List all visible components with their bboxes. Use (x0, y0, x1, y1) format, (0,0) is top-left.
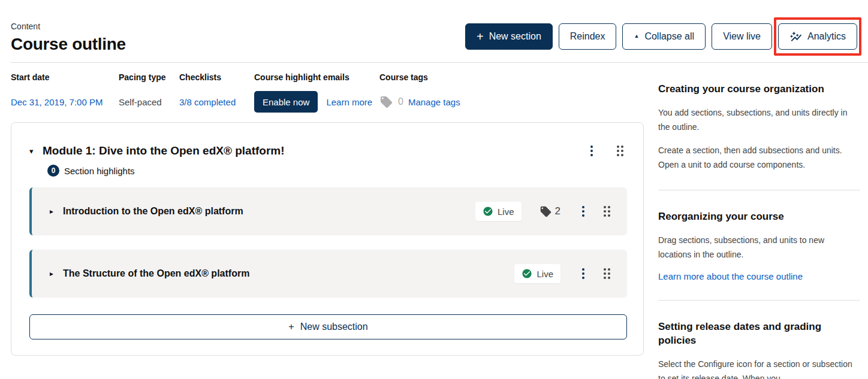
highlight-emails-label: Course highlight emails (254, 72, 379, 82)
caret-up-icon: ▲ (634, 34, 639, 39)
tag-icon (540, 205, 552, 218)
status-start-date: Start date Dec 31, 2019, 7:00 PM (11, 72, 119, 113)
highlights-label: Section highlights (64, 166, 135, 176)
subsection-tag-count: 2 (555, 205, 560, 217)
section-kebab-menu-icon[interactable] (586, 143, 598, 159)
content-row: Start date Dec 31, 2019, 7:00 PM Pacing … (0, 63, 868, 379)
subsection-controls: Live 2 (475, 202, 614, 221)
sidebar-divider (658, 300, 860, 301)
subsection-kebab-menu-icon[interactable] (577, 266, 589, 281)
subsection-controls: Live (514, 264, 614, 283)
status-highlight-emails: Course highlight emails Enable now Learn… (254, 72, 379, 113)
page-header: Content Course outline + New section Rei… (0, 0, 868, 54)
plus-icon: + (288, 322, 294, 332)
new-subsection-button[interactable]: + New subsection (29, 314, 627, 339)
check-circle-icon (522, 268, 532, 279)
reindex-label: Reindex (570, 31, 605, 42)
subsection-expand-caret-icon[interactable]: ▸ (50, 207, 63, 216)
enable-now-button[interactable]: Enable now (254, 91, 318, 113)
page-title: Course outline (11, 35, 126, 54)
help-heading: Creating your course organization (658, 83, 860, 96)
manage-tags-link[interactable]: Manage tags (408, 97, 460, 107)
subsection-row: ▸ The Structure of the Open edX® platfor… (29, 250, 627, 298)
analytics-button-wrap: Analytics (778, 23, 857, 50)
collapse-all-button[interactable]: ▲ Collapse all (622, 23, 706, 50)
live-label: Live (498, 207, 514, 217)
subsection-kebab-menu-icon[interactable] (577, 204, 589, 219)
page-header-left: Content Course outline (11, 22, 126, 54)
subsection-title: The Structure of the Open edX® platform (63, 268, 249, 279)
new-subsection-label: New subsection (300, 322, 368, 332)
status-pacing-type: Pacing type Self-paced (119, 72, 179, 113)
help-paragraph: Select the Configure icon for a section … (658, 357, 860, 379)
live-status-badge: Live (475, 202, 522, 221)
start-date-link[interactable]: Dec 31, 2019, 7:00 PM (11, 97, 103, 107)
pacing-type-label: Pacing type (119, 72, 179, 82)
analytics-label: Analytics (807, 31, 846, 42)
help-paragraph: Drag sections, subsections, and units to… (658, 233, 860, 262)
help-sidebar: Creating your course organization You ad… (658, 63, 860, 379)
help-section-reorganizing: Reorganizing your course Drag sections, … (658, 210, 860, 282)
main-column: Start date Dec 31, 2019, 7:00 PM Pacing … (11, 63, 644, 379)
section-drag-handle-icon[interactable] (613, 143, 627, 159)
section-card: ▾ Module 1: Dive into the Open edX® plat… (11, 122, 644, 356)
help-heading: Reorganizing your course (658, 210, 860, 224)
live-label: Live (537, 269, 553, 279)
learn-more-link[interactable]: Learn more (326, 97, 372, 107)
subsection-title: Introduction to the Open edX® platform (63, 206, 243, 217)
plus-icon: + (477, 31, 484, 43)
course-status-bar: Start date Dec 31, 2019, 7:00 PM Pacing … (11, 72, 644, 113)
checklists-link[interactable]: 3/8 completed (179, 97, 236, 107)
section-collapse-caret-icon[interactable]: ▾ (29, 147, 43, 156)
course-tags-count: 0 (398, 96, 403, 107)
toolbar: + New section Reindex ▲ Collapse all Vie… (465, 23, 863, 50)
tag-icon (379, 95, 393, 109)
analytics-sparkline-icon (789, 31, 802, 43)
course-outline-page: Content Course outline + New section Rei… (0, 0, 868, 379)
breadcrumb: Content (11, 22, 126, 31)
highlights-count-badge: 0 (47, 165, 59, 177)
new-section-label: New section (489, 31, 541, 42)
view-live-button[interactable]: View live (712, 23, 772, 50)
section-header: ▾ Module 1: Dive into the Open edX® plat… (29, 143, 627, 159)
subsection-expand-caret-icon[interactable]: ▸ (50, 269, 63, 278)
status-checklists: Checklists 3/8 completed (179, 72, 254, 113)
new-section-button[interactable]: + New section (465, 23, 553, 50)
live-status-badge: Live (514, 264, 560, 283)
help-paragraph: You add sections, subsections, and units… (658, 105, 860, 134)
start-date-label: Start date (11, 72, 119, 82)
section-title: Module 1: Dive into the Open edX® platfo… (43, 144, 285, 157)
analytics-button[interactable]: Analytics (778, 23, 857, 50)
help-section-release-dates: Setting release dates and grading polici… (658, 320, 860, 379)
collapse-all-label: Collapse all (644, 31, 694, 42)
reindex-button[interactable]: Reindex (559, 23, 617, 50)
subsection-drag-handle-icon[interactable] (600, 204, 614, 219)
subsection-tags[interactable]: 2 (540, 205, 560, 218)
help-heading: Setting release dates and grading polici… (658, 320, 860, 348)
pacing-type-value: Self-paced (119, 91, 179, 113)
course-outline-help-link[interactable]: Learn more about the course outline (658, 271, 803, 281)
view-live-label: View live (723, 31, 761, 42)
sidebar-divider (658, 190, 860, 190)
help-paragraph: Create a section, then add subsections a… (658, 143, 860, 172)
help-section-organization: Creating your course organization You ad… (658, 83, 860, 172)
subsection-row: ▸ Introduction to the Open edX® platform… (29, 187, 627, 235)
section-highlights[interactable]: 0 Section highlights (47, 165, 627, 177)
subsection-drag-handle-icon[interactable] (600, 266, 614, 281)
course-tags-label: Course tags (379, 72, 644, 82)
status-course-tags: Course tags 0 Manage tags (379, 72, 644, 113)
check-circle-icon (483, 206, 493, 217)
checklists-label: Checklists (179, 72, 254, 82)
